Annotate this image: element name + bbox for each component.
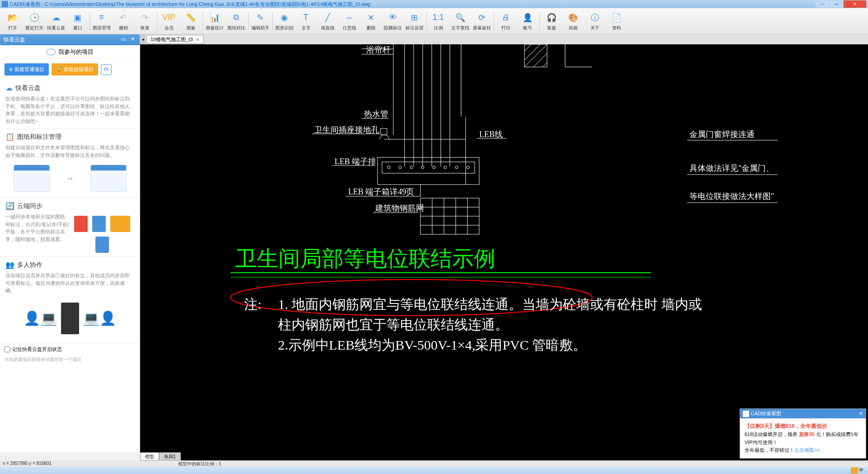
toolbar-标注设置[interactable]: ⊞标注设置 bbox=[404, 9, 425, 33]
tool-label: 测量 bbox=[186, 25, 195, 31]
model-tab[interactable]: 模型 bbox=[140, 452, 159, 460]
toolbar-测量[interactable]: 📏测量 bbox=[180, 9, 202, 33]
tool-icon: ◉ bbox=[278, 11, 291, 24]
toolbar-账号[interactable]: 👤账号 bbox=[517, 9, 538, 33]
svg-text:建筑物钢筋网: 建筑物钢筋网 bbox=[375, 204, 424, 213]
tool-icon: ↷ bbox=[139, 11, 151, 24]
promo-line2: 全年最低，不容错过！点击领取>> bbox=[745, 446, 861, 455]
document-icon: 📋 bbox=[5, 133, 14, 141]
tool-icon: 🕒 bbox=[28, 11, 41, 24]
remember-checkbox[interactable] bbox=[5, 346, 10, 352]
scale-info: 模型中的标注比例：1 bbox=[178, 461, 222, 466]
tool-label: 图形识别 bbox=[275, 25, 293, 31]
toolbar-图层管理[interactable]: ≡图层管理 bbox=[91, 9, 113, 33]
tool-icon: ⧉ bbox=[230, 11, 243, 24]
section-title-text: 快看云盘 bbox=[15, 84, 41, 92]
toolbar-图纸对比[interactable]: ⧉图纸对比 bbox=[226, 9, 247, 33]
cloud-sidebar: 快看云盘 ▭ ✕ 我参与的项目 ⊕ 新建普通项目 🔓 新建超级项目 ⟳ ☁快看云… bbox=[0, 34, 140, 452]
refresh-button[interactable]: ⟳ bbox=[101, 64, 112, 75]
toolbar-窗口[interactable]: ▣窗口 bbox=[67, 9, 89, 33]
svg-line-46 bbox=[524, 44, 531, 51]
toolbar-客服[interactable]: 🎧客服 bbox=[541, 9, 562, 33]
promo-line1: 618活动爆燃开启，领券 直降35 元！购买或续费1年VIP均可使用！ bbox=[745, 431, 861, 446]
toolbar-测量统计[interactable]: 📊测量统计 bbox=[204, 9, 226, 33]
tool-icon: 📂 bbox=[6, 11, 19, 24]
layout1-tab[interactable]: 布局1 bbox=[159, 452, 181, 460]
tool-label: 打开 bbox=[8, 25, 17, 31]
tool-label: 窗口 bbox=[73, 25, 82, 31]
toolbar-资料[interactable]: 📄资料 bbox=[606, 9, 627, 33]
tool-label: 删除 bbox=[367, 25, 376, 31]
toolbar-比例[interactable]: 1:1比例 bbox=[428, 9, 449, 33]
ime-indicator[interactable]: 中 , bbox=[851, 467, 866, 474]
tool-label: 图纸对比 bbox=[227, 25, 245, 31]
toolbar-快看云盘[interactable]: ☁快看云盘 bbox=[45, 9, 67, 33]
svg-text:柱内钢筋网也宜于等电位联结线连通。: 柱内钢筋网也宜于等电位联结线连通。 bbox=[278, 317, 509, 332]
main-toolbar: 📂打开🕒最近打开☁快看云盘▣窗口≡图层管理↶撤销↷恢复VIP会员📏测量📊测量统计… bbox=[0, 8, 868, 34]
toolbar-文字查找[interactable]: 🔍文字查找 bbox=[449, 9, 471, 33]
status-bar: x = 2857995 y = 816601 模型中的标注比例：1 bbox=[0, 460, 868, 467]
tool-icon: VIP bbox=[163, 11, 175, 24]
svg-rect-21 bbox=[382, 162, 475, 173]
project-buttons: ⊕ 新建普通项目 🔓 新建超级项目 ⟳ bbox=[0, 59, 140, 80]
toolbar-会员[interactable]: VIP会员 bbox=[158, 9, 180, 33]
cloud-desc: 欢迎使用快看云盘！在这里您不仅可以同步图纸和标注到手机、电脑等各个平台，还可以分… bbox=[5, 95, 134, 125]
tab-label: 1#楼电气施工图_t3 bbox=[151, 36, 193, 43]
svg-point-26 bbox=[433, 166, 435, 169]
toolbar-恢复[interactable]: ↷恢复 bbox=[134, 9, 156, 33]
maximize-button[interactable]: ▭ bbox=[830, 0, 843, 8]
toolbar-图形识别[interactable]: ◉图形识别 bbox=[274, 9, 295, 33]
sync-desc: 一键同步本地和云端的图纸和标注，台式机/笔记本/手机/平板，各个平台图纸标注共享… bbox=[5, 213, 70, 253]
toolbar-最近打开[interactable]: 🕒最近打开 bbox=[24, 9, 45, 33]
new-super-project-button[interactable]: 🔓 新建超级项目 bbox=[52, 63, 98, 76]
cloud-intro-section: ☁快看云盘 欢迎使用快看云盘！在这里您不仅可以同步图纸和标注到手机、电脑等各个平… bbox=[0, 80, 140, 129]
new-normal-project-button[interactable]: ⊕ 新建普通项目 bbox=[5, 63, 49, 76]
close-button[interactable]: ✕ bbox=[844, 0, 866, 8]
sogou-icon[interactable] bbox=[851, 467, 858, 474]
svg-text:1. 地面内钢筋网宜与等电位联结线连通。当墙为砼墙或有砼柱时: 1. 地面内钢筋网宜与等电位联结线连通。当墙为砼墙或有砼柱时 墙内或 bbox=[278, 297, 702, 312]
promo-link[interactable]: 点击领取>> bbox=[794, 447, 820, 453]
app-name: CAD快速看图 bbox=[10, 1, 40, 8]
remember-state-row: 记住快看云盘开启状态 bbox=[0, 343, 140, 356]
toolbar-文字[interactable]: T文字 bbox=[295, 9, 317, 33]
tool-icon: ⟳ bbox=[476, 11, 488, 24]
sidebar-toggle[interactable]: ◂ bbox=[140, 34, 146, 44]
toolbar-打开[interactable]: 📂打开 bbox=[2, 9, 24, 33]
tool-icon: ▣ bbox=[71, 11, 84, 24]
toolbar-任意线[interactable]: ～任意线 bbox=[339, 9, 360, 33]
sidebar-close-icon[interactable]: ✕ bbox=[129, 36, 136, 43]
document-tab[interactable]: 1#楼电气施工图_t3 ✕ bbox=[146, 35, 203, 44]
promo-header-text: CAD快速看图 bbox=[751, 410, 781, 417]
toolbar-关于[interactable]: ⓘ关于 bbox=[584, 9, 606, 33]
toolbar-隐藏标注[interactable]: 👁隐藏标注 bbox=[382, 9, 404, 33]
sidebar-title: 快看云盘 bbox=[4, 36, 25, 44]
tool-icon: 🖨 bbox=[500, 11, 512, 24]
tool-label: 打印 bbox=[501, 25, 510, 31]
tool-icon: 🎨 bbox=[567, 11, 580, 24]
file-path-text: C:\Users\Administrator\Desktop\The bluep… bbox=[45, 1, 370, 8]
project-section-header: 我参与的项目 bbox=[0, 45, 140, 59]
tool-icon: ☁ bbox=[50, 11, 62, 24]
toolbar-删除[interactable]: ✕删除 bbox=[360, 9, 382, 33]
toolbar-撤销[interactable]: ↶撤销 bbox=[113, 9, 134, 33]
toolbar-风格[interactable]: 🎨风格 bbox=[562, 9, 584, 33]
tool-label: 账号 bbox=[523, 25, 532, 31]
svg-text:卫生间插座接地孔: 卫生间插座接地孔 bbox=[314, 125, 379, 134]
toolbar-编辑助手[interactable]: ✎编辑助手 bbox=[250, 9, 271, 33]
tab-close-icon[interactable]: ✕ bbox=[196, 37, 199, 42]
toolbar-打印[interactable]: 🖨打印 bbox=[495, 9, 517, 33]
sync-section: 🔄云端同步 一键同步本地和云端的图纸和标注，台式机/笔记本/手机/平板，各个平台… bbox=[0, 198, 140, 257]
toolbar-屏幕旋转[interactable]: ⟳屏幕旋转 bbox=[471, 9, 493, 33]
tool-label: 标注设置 bbox=[406, 25, 424, 31]
collab-illustration: 👤💻 💻👤 bbox=[5, 298, 134, 339]
tool-label: 任意线 bbox=[343, 25, 356, 31]
sidebar-pin-icon[interactable]: ▭ bbox=[120, 36, 127, 43]
drawing-canvas[interactable]: 浴帘杆 热水管 卫生间插座接地孔 LEB线 LEB 端子排 LEB 端子箱详49… bbox=[140, 44, 868, 460]
minimize-button[interactable]: — bbox=[816, 0, 829, 8]
sidebar-hint: 点击新建项目按钮来创建您第一个项目 bbox=[0, 356, 140, 364]
promo-close-icon[interactable]: ✕ bbox=[859, 411, 863, 417]
svg-text:卫生间局部等电位联结示例: 卫生间局部等电位联结示例 bbox=[235, 246, 495, 270]
toolbar-画直线[interactable]: ╱画直线 bbox=[317, 9, 339, 33]
svg-text:LEB 端子排: LEB 端子排 bbox=[335, 157, 377, 166]
promo-icon bbox=[743, 411, 749, 417]
